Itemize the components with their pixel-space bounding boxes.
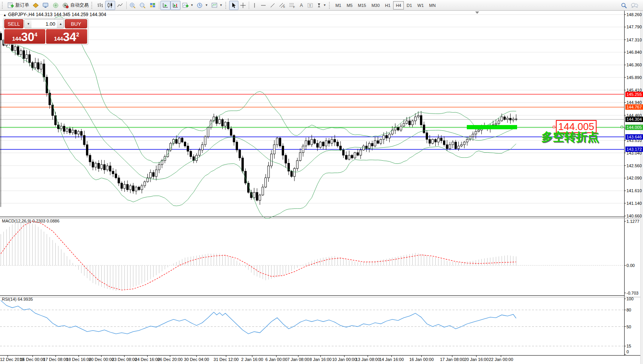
chart-shift-marker[interactable] (475, 12, 479, 14)
price-badge-144.304[interactable]: 144.304 (625, 117, 643, 122)
time-axis-label: 10 Jan 00:00 (332, 357, 357, 362)
one-click-trading-panel: SELL ▼ ▲ BUY 144 30 4 144 34 2 (3, 18, 88, 45)
price-axis-label: 142.560 (626, 163, 642, 168)
price-badge-143.172[interactable]: 143.172 (625, 147, 643, 152)
rsi-axis-label: 0 (626, 349, 629, 354)
sell-button[interactable]: SELL (4, 19, 23, 28)
time-axis-label: 20 Dec 00:00 (89, 357, 114, 362)
hline-anchor-marker[interactable] (553, 126, 555, 128)
time-axis-label: 31 Dec 12:00 (213, 357, 238, 362)
volume-increase-button[interactable]: ▲ (57, 20, 64, 28)
buy-button[interactable]: BUY (65, 19, 87, 28)
time-axis-label: 22 Jan 00:00 (489, 357, 513, 362)
time-axis-label: 8 Jan 16:00 (309, 357, 332, 362)
time-axis-label: 23 Dec 08:00 (112, 357, 137, 362)
sell-price[interactable]: 144 30 4 (4, 29, 45, 44)
price-axis-label: 146.360 (626, 63, 642, 67)
macd-label: MACD(12,26,9) 0.2303 0.0886 (2, 219, 60, 223)
time-axis-label: 30 Dec 04:00 (184, 357, 209, 362)
volume-input[interactable] (31, 20, 57, 28)
time-axis-label: 16 Jan 00:00 (409, 357, 434, 362)
hline-anchor-marker[interactable] (621, 126, 623, 128)
time-axis-label: 20 Jan 16:00 (464, 357, 489, 362)
rsi-axis-label: 50 (626, 324, 631, 329)
buy-price-main: 34 (63, 31, 76, 43)
time-axis-label: 13 Jan 08:00 (355, 357, 380, 362)
price-badge-144.005[interactable]: 144.005 (625, 125, 643, 130)
green-highlight-bar[interactable] (467, 125, 517, 129)
price-axis-label: 148.260 (626, 12, 642, 17)
price-badge-145.255[interactable]: 145.255 (625, 92, 643, 97)
time-axis-label: 7 Jan 08:00 (287, 357, 309, 362)
volume-decrease-button[interactable]: ▼ (25, 20, 31, 28)
price-badge-144.767[interactable]: 144.767 (625, 104, 643, 110)
price-axis-label: 141.140 (626, 201, 642, 206)
buy-price-sup: 2 (76, 31, 79, 38)
time-axis-label: 17 Dec 08:00 (43, 357, 68, 362)
collapse-arrow-icon[interactable]: ▲ (3, 13, 7, 17)
time-axis-label: 24 Dec 16:00 (135, 357, 160, 362)
price-badge-143.646[interactable]: 143.646 (625, 134, 643, 140)
time-axis-label: 17 Jan 08:00 (440, 357, 464, 362)
price-axis-label: 142.090 (626, 176, 642, 180)
price-axis-label: 140.660 (626, 214, 642, 218)
rsi-axis-label: 80 (626, 308, 631, 312)
time-axis-label: 26 Dec 20:00 (157, 357, 182, 362)
macd-axis-label: 0.00 (626, 263, 635, 268)
macd-axis-label: -0.703 (626, 291, 638, 295)
sell-price-prefix: 144 (12, 36, 21, 42)
buy-price-prefix: 144 (54, 36, 63, 42)
sell-price-sup: 4 (35, 31, 38, 38)
price-axis-label: 145.890 (626, 75, 642, 80)
time-axis-label: 16 Dec 00:00 (20, 357, 45, 362)
time-axis-label: 14 Jan 16:00 (379, 357, 404, 362)
price-axis-label: 146.840 (626, 50, 642, 54)
macd-axis-label: 1.1277 (626, 219, 640, 224)
buy-price[interactable]: 144 34 2 (46, 29, 87, 44)
time-axis-label: 18 Dec 16:00 (66, 357, 91, 362)
price-axis-label: 141.610 (626, 188, 642, 193)
time-axis-label: 6 Jan 00:00 (265, 357, 288, 362)
price-axis-label: 147.790 (626, 25, 642, 29)
time-axis-label: 2 Jan 16:00 (241, 357, 263, 362)
rsi-axis-label: 15 (626, 344, 631, 348)
rsi-label: RSI(14) 64.9935 (2, 297, 33, 301)
chart-title-text: GBPJPY-,H4 144.313 144.345 144.259 144.3… (8, 12, 106, 17)
price-axis-label: 147.310 (626, 38, 642, 42)
chart-canvas[interactable] (0, 0, 643, 364)
sell-price-main: 30 (21, 31, 34, 43)
rsi-axis-label: 100 (626, 296, 633, 301)
mt4-window: 新订单 自动交易 (0, 0, 643, 364)
volume-box: ▼ ▲ (24, 19, 64, 28)
chart-title: ▲GBPJPY-,H4 144.313 144.345 144.259 144.… (3, 12, 106, 17)
cn-annotation-text[interactable]: 多空转折点 (541, 129, 599, 145)
